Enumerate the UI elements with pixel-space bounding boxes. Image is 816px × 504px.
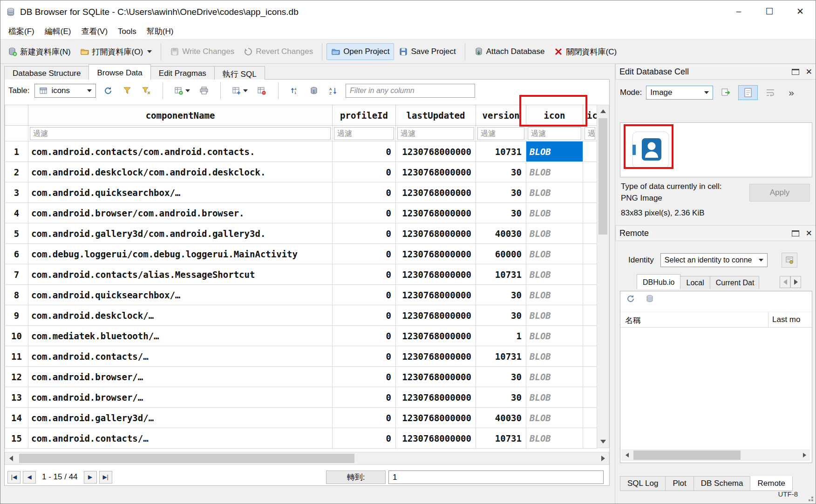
attach-database-button[interactable]: Attach Database: [469, 43, 550, 60]
identity-select[interactable]: Select an identity to conne: [660, 253, 768, 267]
sort-az-button[interactable]: AZ: [326, 84, 340, 98]
cell-version[interactable]: 10731: [476, 141, 526, 162]
sort-asc-button[interactable]: 41: [288, 84, 302, 98]
row-number[interactable]: 9: [5, 305, 28, 326]
apply-button[interactable]: Apply: [749, 184, 810, 202]
filter-lastUpdated[interactable]: 過濾: [397, 127, 474, 140]
tab-db-schema[interactable]: DB Schema: [694, 476, 751, 491]
cell-icon[interactable]: BLOB: [526, 408, 583, 428]
col-profileId[interactable]: profileId: [333, 105, 396, 126]
row-number[interactable]: 13: [5, 387, 28, 408]
remote-scrollbar-thumb[interactable]: [633, 450, 741, 460]
cell-partial[interactable]: [583, 223, 597, 244]
tab-execute-sql[interactable]: 執行 SQL: [214, 66, 265, 80]
cell-icon[interactable]: BLOB: [526, 162, 583, 182]
table-select[interactable]: icons: [34, 84, 96, 98]
cell-componentName[interactable]: com.android.deskclock/…: [28, 305, 333, 326]
cell-partial[interactable]: [583, 428, 597, 449]
horizontal-scrollbar[interactable]: [5, 452, 609, 465]
tab-scroll-left-icon[interactable]: [780, 276, 790, 288]
delete-record-button[interactable]: [255, 84, 269, 98]
cell-partial[interactable]: [583, 182, 597, 203]
row-number[interactable]: 11: [5, 346, 28, 367]
tab-dbhub[interactable]: DBHub.io: [637, 274, 680, 289]
cell-componentName[interactable]: com.android.contacts/alias.MessageShortc…: [28, 264, 333, 285]
insert-record-button[interactable]: [230, 84, 250, 98]
cell-icon[interactable]: BLOB: [526, 264, 583, 285]
cell-componentName[interactable]: com.android.quicksearchbox/…: [28, 182, 333, 203]
cell-profileId[interactable]: 0: [333, 182, 396, 203]
cell-icon-selected[interactable]: BLOB: [526, 141, 583, 162]
cell-partial[interactable]: [583, 203, 597, 223]
cell-version[interactable]: 30: [476, 285, 526, 305]
goto-cell-button[interactable]: 1: [307, 84, 321, 98]
filter-componentName[interactable]: 過濾: [30, 127, 331, 140]
tab-current-database[interactable]: Current Dat: [710, 276, 759, 289]
remote-refresh-icon[interactable]: [626, 294, 635, 303]
mode-select[interactable]: Image: [646, 86, 713, 100]
cell-version[interactable]: 60000: [476, 244, 526, 264]
revert-changes-button[interactable]: Revert Changes: [239, 43, 318, 60]
cell-version[interactable]: 10731: [476, 428, 526, 449]
horizontal-scrollbar-thumb[interactable]: [19, 454, 354, 463]
row-number[interactable]: 15: [5, 428, 28, 449]
cell-componentName[interactable]: com.android.contacts/com.android.contact…: [28, 141, 333, 162]
cell-version[interactable]: 1: [476, 326, 526, 346]
filter-partial[interactable]: 過濾: [585, 127, 595, 140]
cell-partial[interactable]: [583, 408, 597, 428]
remote-col-lastmodified[interactable]: Last mo: [768, 312, 800, 327]
filter-profileId[interactable]: 過濾: [334, 127, 394, 140]
vertical-scrollbar-thumb[interactable]: [598, 118, 607, 235]
row-number[interactable]: 10: [5, 326, 28, 346]
prev-record-button[interactable]: ◀: [23, 471, 36, 484]
cell-version[interactable]: 30: [476, 162, 526, 182]
col-componentName[interactable]: componentName: [28, 105, 333, 126]
float-panel-icon[interactable]: [792, 69, 799, 75]
close-button[interactable]: ✕: [785, 0, 816, 22]
row-number[interactable]: 14: [5, 408, 28, 428]
open-database-button[interactable]: 打開資料庫(O): [75, 43, 157, 61]
cell-version[interactable]: 30: [476, 387, 526, 408]
menu-help[interactable]: 幫助(H): [142, 24, 179, 39]
cell-partial[interactable]: [583, 285, 597, 305]
cell-icon[interactable]: BLOB: [526, 244, 583, 264]
clone-database-icon[interactable]: [646, 294, 655, 303]
col-lastUpdated[interactable]: lastUpdated: [396, 105, 476, 126]
cell-profileId[interactable]: 0: [333, 162, 396, 182]
tab-local[interactable]: Local: [680, 276, 710, 289]
row-number[interactable]: 8: [5, 285, 28, 305]
tab-remote[interactable]: Remote: [750, 476, 793, 491]
cell-lastUpdated[interactable]: 1230768000000: [396, 244, 476, 264]
cell-profileId[interactable]: 0: [333, 223, 396, 244]
cell-version[interactable]: 30: [476, 203, 526, 223]
cell-componentName[interactable]: com.android.browser/…: [28, 387, 333, 408]
cell-lastUpdated[interactable]: 1230768000000: [396, 387, 476, 408]
goto-button[interactable]: 轉到:: [326, 470, 386, 484]
encoding-indicator[interactable]: UTF-8: [778, 490, 798, 498]
open-project-button[interactable]: Open Project: [326, 43, 394, 60]
cell-icon[interactable]: BLOB: [526, 285, 583, 305]
tab-database-structure[interactable]: Database Structure: [4, 66, 89, 80]
scroll-up-icon[interactable]: [597, 105, 609, 117]
tab-browse-data[interactable]: Browse Data: [88, 64, 150, 80]
cell-lastUpdated[interactable]: 1230768000000: [396, 141, 476, 162]
close-panel-icon[interactable]: ✕: [806, 228, 812, 238]
cell-profileId[interactable]: 0: [333, 285, 396, 305]
next-record-button[interactable]: ▶: [84, 471, 97, 484]
cell-lastUpdated[interactable]: 1230768000000: [396, 326, 476, 346]
import-certificate-button[interactable]: [782, 253, 797, 268]
word-wrap-button[interactable]: [762, 85, 778, 100]
import-data-button[interactable]: [718, 85, 734, 100]
scroll-down-icon[interactable]: [597, 436, 609, 448]
row-number[interactable]: 6: [5, 244, 28, 264]
cell-componentName[interactable]: com.android.browser/…: [28, 367, 333, 387]
cell-profileId[interactable]: 0: [333, 141, 396, 162]
cell-profileId[interactable]: 0: [333, 346, 396, 367]
filter-version[interactable]: 過濾: [477, 127, 524, 140]
tab-sql-log[interactable]: SQL Log: [620, 476, 666, 491]
cell-profileId[interactable]: 0: [333, 408, 396, 428]
cell-componentName[interactable]: com.android.contacts/…: [28, 346, 333, 367]
menu-edit[interactable]: 編輯(E): [40, 24, 76, 39]
cell-lastUpdated[interactable]: 1230768000000: [396, 305, 476, 326]
remote-scroll-left-icon[interactable]: [621, 449, 632, 461]
